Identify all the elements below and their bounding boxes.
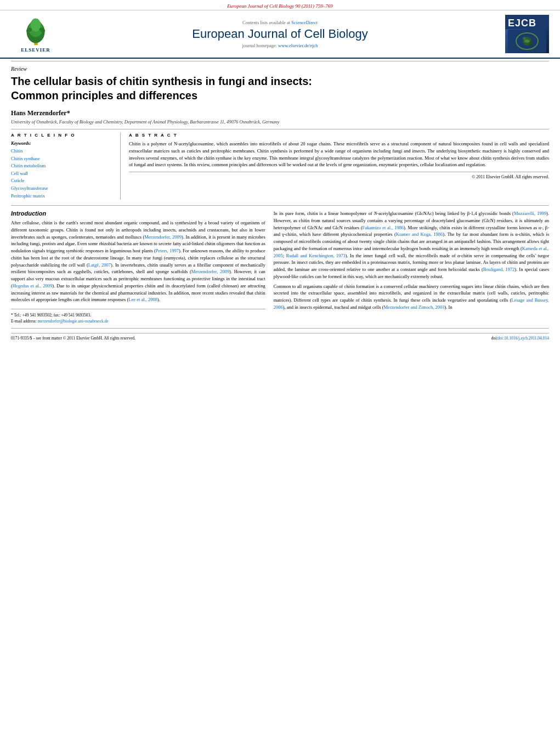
ref-merzendorfer2003[interactable]: Merzendorfer and Zimoch, 2003 <box>384 304 445 310</box>
ref-peters1997[interactable]: Peters, 1997 <box>156 248 179 253</box>
footnote-section: * Tel.: +49 541 9693502; fax: +49 541 96… <box>11 309 265 325</box>
keyword-peritrophic-matrix[interactable]: Peritrophic matrix <box>11 193 45 199</box>
copyright-line: © 2011 Elsevier GmbH. All rights reserve… <box>129 172 549 179</box>
doi-text: doi:doi:10.1016/j.ejcb.2011.04.014 <box>491 336 549 341</box>
page-wrapper: European Journal of Cell Biology 90 (201… <box>0 0 560 341</box>
contents-link: Contents lists available at ScienceDirec… <box>66 20 494 25</box>
author-affiliation: University of Osnabrück, Faculty of Biol… <box>11 119 549 125</box>
ref-rudall1973[interactable]: Rudall and Kenchington, 1973 <box>286 253 345 258</box>
right-column: In its pure form, chitin is a linear hom… <box>274 210 549 325</box>
footnote-tel: * Tel.: +49 541 9693502; fax: +49 541 96… <box>11 312 265 318</box>
article-info-left: A R T I C L E I N F O Keywords: Chitin C… <box>11 133 121 200</box>
article-info-row: A R T I C L E I N F O Keywords: Chitin C… <box>11 129 549 200</box>
ejcb-text: EJCB <box>505 15 539 29</box>
footnote-email-link[interactable]: merzendorfer@biologie.uni-osnabrueck.de <box>38 319 109 324</box>
elsevier-tree-icon <box>21 16 51 46</box>
keywords-section: Keywords: Chitin Chitin synthase Chitin … <box>11 140 112 200</box>
svg-point-9 <box>523 37 526 40</box>
homepage-link[interactable]: www.elsevier.de/ejcb <box>278 43 318 48</box>
journal-homepage: journal homepage: www.elsevier.de/ejcb <box>66 43 494 48</box>
svg-point-3 <box>30 18 40 31</box>
keywords-list: Chitin Chitin synthase Chitin metabolism… <box>11 148 112 200</box>
intro-paragraph1: After cellulose, chitin is the earth's s… <box>11 219 265 303</box>
doi-link[interactable]: doi:10.1016/j.ejcb.2011.04.014 <box>497 336 549 341</box>
article-info-right: A B S T R A C T Chitin is a polymer of N… <box>121 133 549 200</box>
ref-hegedus2009[interactable]: Hegedus et al., 2009 <box>13 283 52 289</box>
bottom-bar: 0171-9335/$ – see front matter © 2011 El… <box>11 333 549 341</box>
journal-main-title: European Journal of Cell Biology <box>66 27 494 41</box>
footnote-email: E-mail address: merzendorfer@biologie.un… <box>11 318 265 324</box>
journal-citation-bar: European Journal of Cell Biology 90 (201… <box>0 0 560 10</box>
abstract-text: Chitin is a polymer of N-acetylglucosami… <box>129 140 549 168</box>
body-content: Introduction After cellulose, chitin is … <box>11 205 549 325</box>
elsevier-logo: ELSEVIER <box>11 16 60 53</box>
elsevier-label: ELSEVIER <box>21 47 50 53</box>
sciencedirect-link[interactable]: ScienceDirect <box>291 20 318 25</box>
keyword-cell-wall[interactable]: Cell wall <box>11 171 28 176</box>
keyword-glycosyltransferase[interactable]: Glycosyltransferase <box>11 185 48 191</box>
ejcb-logo: EJCB <box>500 15 549 53</box>
journal-citation: European Journal of Cell Biology 90 (201… <box>227 3 333 9</box>
ejcb-image <box>505 29 549 53</box>
right-paragraph1: In its pure form, chitin is a linear hom… <box>274 210 549 280</box>
right-paragraph2: Common to all organisms capable of chiti… <box>274 283 549 311</box>
author-name: Hans Merzendorfer* <box>11 109 549 117</box>
keyword-chitin-metabolism[interactable]: Chitin metabolism <box>11 163 46 168</box>
ref-latge2007[interactable]: Latgé, 2007 <box>88 262 111 268</box>
article-info-label: A R T I C L E I N F O <box>11 133 112 138</box>
left-column: Introduction After cellulose, chitin is … <box>11 210 265 325</box>
main-content: Review The cellular basis of chitin synt… <box>0 61 560 341</box>
ref-muzzarelli1999[interactable]: Muzzarelli, 1999 <box>514 211 546 216</box>
journal-header: ELSEVIER Contents lists available at Sci… <box>0 10 560 59</box>
ref-kramer1986[interactable]: Kramer and Koga, 1986 <box>396 231 443 237</box>
keyword-chitin[interactable]: Chitin <box>11 148 22 154</box>
abstract-label: A B S T R A C T <box>129 133 549 138</box>
review-label: Review <box>11 61 549 74</box>
keyword-chitin-synthase[interactable]: Chitin synthase <box>11 156 40 161</box>
ref-bouligand1972[interactable]: Bouligand, 1972 <box>483 267 515 272</box>
ref-fukamizo1986[interactable]: Fukamizo et al., 1986 <box>363 225 404 230</box>
article-title: The cellular basis of chitin synthesis i… <box>11 74 549 105</box>
intro-title: Introduction <box>11 210 265 217</box>
keywords-title: Keywords: <box>11 140 112 146</box>
journal-title-center: Contents lists available at ScienceDirec… <box>60 20 500 48</box>
keyword-cuticle[interactable]: Cuticle <box>11 178 25 183</box>
svg-point-11 <box>524 39 530 43</box>
bottom-divider <box>11 328 549 329</box>
ref-lee2008[interactable]: Lee et al., 2008 <box>128 297 157 302</box>
issn-text: 0171-9335/$ – see front matter © 2011 El… <box>11 336 135 341</box>
ref-merzendorfer2009b[interactable]: Merzendorfer, 2009 <box>191 269 229 274</box>
ref-merzendorfer2009[interactable]: Merzendorfer, 2009 <box>144 234 182 240</box>
